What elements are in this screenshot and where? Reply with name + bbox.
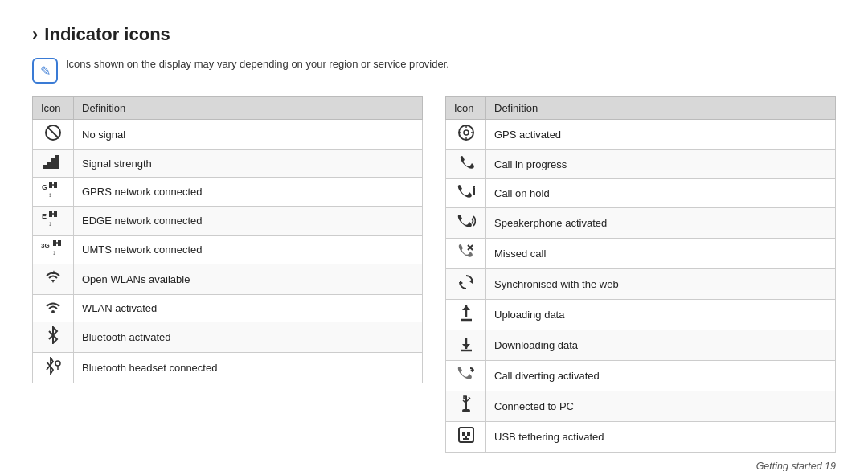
title-text: Indicator icons (44, 24, 170, 45)
svg-rect-3 (47, 162, 51, 169)
def-cell: Connected to PC (486, 391, 836, 422)
gprs-icon: G ↕ (42, 182, 64, 198)
table-row: Call on hold (446, 179, 836, 208)
svg-point-26 (464, 130, 469, 135)
icon-cell (446, 120, 486, 150)
def-cell: Open WLANs available (74, 264, 423, 295)
icon-cell: 3G ↕ (33, 236, 74, 264)
no-signal-icon (44, 124, 62, 141)
def-cell: Call diverting activated (486, 361, 836, 391)
def-cell: Call on hold (486, 179, 836, 208)
call-on-hold-icon (457, 183, 476, 199)
svg-marker-38 (462, 305, 470, 310)
svg-rect-51 (462, 432, 465, 436)
svg-rect-48 (464, 396, 466, 399)
icon-cell (33, 150, 74, 178)
chevron-icon: › (32, 24, 38, 45)
right-col-icon-header: Icon (446, 97, 486, 120)
right-col-def-header: Definition (486, 97, 836, 120)
icon-cell (446, 330, 486, 361)
icon-cell (33, 353, 74, 383)
svg-rect-52 (467, 432, 470, 436)
svg-rect-4 (51, 158, 55, 169)
gps-icon (457, 124, 475, 141)
svg-text:↕: ↕ (48, 191, 51, 198)
call-divert-icon (457, 365, 476, 383)
left-table-container: Icon Definition No signal (32, 96, 423, 453)
note-text: Icons shown on the display may vary depe… (66, 56, 449, 72)
table-row: Bluetooth headset connected (33, 353, 423, 383)
signal-strength-icon (43, 154, 63, 169)
icon-cell (33, 322, 74, 353)
svg-line-1 (47, 127, 59, 138)
def-cell: Signal strength (74, 150, 423, 178)
footer: Getting started 19 (32, 461, 836, 471)
table-row: Bluetooth activated (33, 322, 423, 353)
bluetooth-icon (47, 326, 59, 344)
table-row: USB tethering activated (446, 422, 836, 453)
svg-marker-35 (469, 279, 473, 284)
svg-text:↕: ↕ (48, 220, 51, 227)
table-row: GPS activated (446, 120, 836, 150)
def-cell: WLAN activated (74, 295, 423, 322)
def-cell: Bluetooth headset connected (74, 353, 423, 383)
table-row: Downloading data (446, 330, 836, 361)
def-cell: GPS activated (486, 120, 836, 150)
svg-rect-5 (55, 155, 59, 169)
usb-tether-icon (457, 426, 475, 444)
left-col-def-header: Definition (74, 97, 423, 120)
table-row: Signal strength (33, 150, 423, 178)
speakerphone-icon (457, 212, 476, 230)
icon-cell: ▲ (33, 264, 74, 295)
svg-text:E: E (42, 212, 47, 220)
svg-point-22 (51, 310, 55, 313)
left-table: Icon Definition No signal (32, 96, 423, 383)
icon-cell (446, 150, 486, 179)
icon-cell (446, 239, 486, 269)
edge-icon: E ↕ (42, 211, 64, 227)
def-cell: USB tethering activated (486, 422, 836, 453)
usb-icon (461, 395, 472, 413)
def-cell: Bluetooth activated (74, 322, 423, 353)
def-cell: Uploading data (486, 300, 836, 330)
def-cell: Speakerphone activated (486, 208, 836, 239)
icon-cell (446, 391, 486, 422)
upload-icon (459, 304, 473, 322)
svg-marker-36 (460, 281, 463, 285)
table-row: 3G ↕ UMTS network connected (33, 236, 423, 264)
footer-text: Getting started 19 (756, 461, 836, 471)
svg-rect-32 (473, 186, 475, 187)
right-table-container: Icon Definition (445, 96, 836, 453)
def-cell: Call in progress (486, 150, 836, 179)
svg-text:G: G (42, 183, 47, 191)
icon-cell (446, 300, 486, 330)
open-wlan-icon: ▲ (44, 268, 62, 286)
def-cell: No signal (74, 120, 423, 150)
icon-cell (446, 422, 486, 453)
def-cell: Downloading data (486, 330, 836, 361)
svg-text:↕: ↕ (52, 249, 55, 256)
missed-call-icon (457, 243, 475, 260)
svg-point-23 (55, 361, 60, 366)
svg-rect-47 (462, 409, 470, 412)
section-title: › Indicator icons (32, 24, 836, 45)
call-in-progress-icon (458, 154, 474, 170)
def-cell: EDGE network connected (74, 207, 423, 236)
table-row: Missed call (446, 239, 836, 269)
page-container: › Indicator icons ✎ Icons shown on the d… (0, 0, 868, 471)
icon-cell (33, 120, 74, 150)
table-row: Connected to PC (446, 391, 836, 422)
table-row: WLAN activated (33, 295, 423, 322)
download-icon (459, 334, 473, 352)
table-row: Uploading data (446, 300, 836, 330)
table-row: E ↕ EDGE network connected (33, 207, 423, 236)
icon-cell (446, 361, 486, 391)
bluetooth-headset-icon (44, 357, 62, 375)
icon-cell (446, 208, 486, 239)
svg-rect-31 (473, 187, 475, 195)
svg-rect-2 (43, 165, 47, 169)
def-cell: Synchronised with the web (486, 269, 836, 300)
sync-icon (457, 273, 475, 291)
tables-row: Icon Definition No signal (32, 96, 836, 453)
icon-cell (446, 179, 486, 208)
